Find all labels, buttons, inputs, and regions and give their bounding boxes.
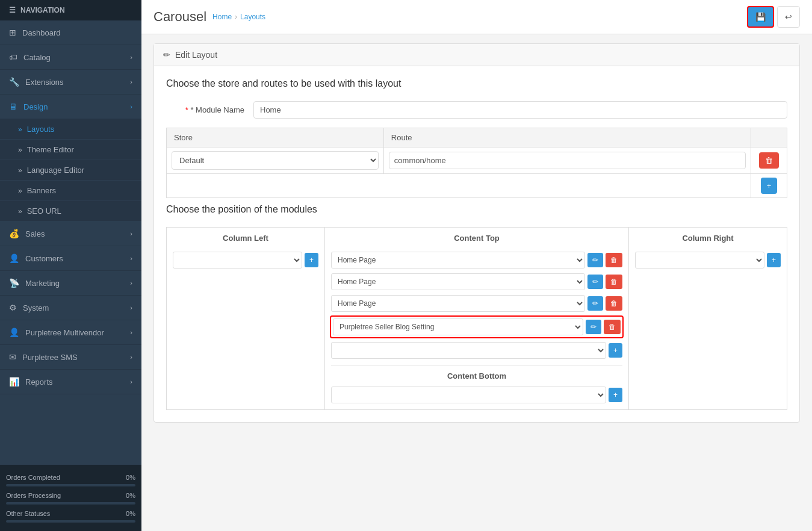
remove-route-button[interactable]: 🗑 (759, 152, 779, 169)
multivendor-icon: 👤 (9, 328, 19, 337)
chevron-right-icon: › (130, 279, 132, 287)
route-input[interactable] (389, 152, 746, 169)
page-title: Carousel (153, 9, 206, 25)
header-actions: 💾 ↩ (747, 6, 800, 28)
content-bottom-add-select[interactable] (331, 387, 606, 403)
sidebar-item-layouts[interactable]: Layouts (0, 119, 141, 140)
add-route-button[interactable]: + (761, 178, 778, 194)
chevron-right-icon: › (130, 378, 132, 385)
sidebar-item-label: Purpletree SMS (22, 353, 78, 362)
content-top-remove-4[interactable]: 🗑 (604, 320, 621, 334)
content-top-edit-2[interactable]: ✏ (587, 275, 603, 289)
chevron-right-icon: › (130, 255, 132, 262)
section-title-modules: Choose the position of the modules (166, 198, 787, 215)
sms-icon: ✉ (9, 352, 16, 362)
sidebar-item-banners[interactable]: Banners (0, 181, 141, 201)
chevron-right-icon: › (130, 353, 132, 361)
sidebar-item-dashboard[interactable]: ⊞ Dashboard (0, 20, 141, 45)
panel-body: Choose the store and routes to be used w… (154, 66, 799, 422)
design-icon: 🖥 (9, 102, 17, 111)
content-top-select-2[interactable]: Home Page (331, 273, 585, 290)
save-button[interactable]: 💾 (747, 6, 774, 28)
content-top-header: Content Top (331, 234, 622, 246)
sidebar-item-purpletree-multivendor[interactable]: 👤 Purpletree Multivendor › (0, 320, 141, 345)
stat-value: 0% (126, 492, 135, 499)
content-top-remove-3[interactable]: 🗑 (606, 296, 622, 311)
content-top-row-4: Purpletree Seller Blog Setting ✏ 🗑 (331, 317, 622, 337)
sidebar-item-label: Purpletree Multivendor (25, 328, 104, 337)
chevron-down-icon: › (130, 103, 132, 110)
add-route-row: + (167, 174, 787, 198)
panel-title: Edit Layout (175, 50, 217, 60)
breadcrumb: Home › Layouts (212, 13, 265, 21)
sidebar-item-design[interactable]: 🖥 Design › (0, 95, 141, 119)
content-bottom-add-button[interactable]: + (609, 388, 622, 402)
sidebar-item-seo-url[interactable]: SEO URL (0, 201, 141, 222)
column-right-add-button[interactable]: + (767, 253, 781, 267)
content-top-edit-4[interactable]: ✏ (586, 320, 601, 334)
system-icon: ⚙ (9, 303, 17, 312)
module-name-group: * Module Name (166, 101, 787, 119)
column-left: Column Left + (167, 228, 325, 409)
content-top: Content Top Home Page ✏ 🗑 H (325, 228, 629, 409)
sidebar-item-sales[interactable]: 💰 Sales › (0, 222, 141, 246)
sidebar-item-label: System (23, 303, 49, 312)
content-top-add-select[interactable] (331, 342, 606, 359)
stat-label: Other Statuses (6, 510, 50, 517)
content-top-select-1[interactable]: Home Page (331, 252, 585, 269)
sales-icon: 💰 (9, 229, 19, 238)
chevron-right-icon: › (130, 54, 132, 61)
column-left-select[interactable] (173, 252, 302, 269)
content-top-edit-1[interactable]: ✏ (587, 253, 603, 267)
route-row: Default 🗑 (167, 148, 787, 174)
sidebar-item-reports[interactable]: 📊 Reports › (0, 370, 141, 394)
sidebar-item-label: Dashboard (22, 28, 61, 37)
content-top-add-button[interactable]: + (609, 343, 622, 358)
column-right-select[interactable] (635, 252, 764, 269)
sidebar-item-marketing[interactable]: 📡 Marketing › (0, 271, 141, 296)
stat-other-statuses: Other Statuses 0% (6, 507, 135, 520)
content-top-edit-3[interactable]: ✏ (587, 296, 603, 311)
module-name-label: * Module Name (166, 105, 244, 114)
content-top-remove-1[interactable]: 🗑 (606, 253, 622, 267)
main-area: Carousel Home › Layouts 💾 ↩ ✏ Edit Layou… (141, 0, 812, 531)
sidebar-sub-item-label: Theme Editor (27, 145, 74, 154)
sidebar-item-system[interactable]: ⚙ System › (0, 296, 141, 320)
design-submenu: Layouts Theme Editor Language Editor Ban… (0, 119, 141, 222)
content-top-row-1: Home Page ✏ 🗑 (331, 252, 622, 269)
column-left-add-button[interactable]: + (305, 253, 318, 267)
content-top-select-3[interactable]: Home Page (331, 295, 585, 312)
sidebar-sub-item-label: Banners (27, 186, 56, 195)
content-bottom-add-row: + (331, 387, 622, 403)
stat-orders-completed: Orders Completed 0% (6, 471, 135, 484)
nav-header-label: NAVIGATION (20, 6, 65, 14)
store-header: Store (167, 128, 384, 148)
content-area: ✏ Edit Layout Choose the store and route… (141, 34, 812, 531)
chevron-right-icon: › (130, 304, 132, 311)
pencil-icon: ✏ (163, 50, 170, 60)
sidebar-item-theme-editor[interactable]: Theme Editor (0, 140, 141, 160)
column-left-header: Column Left (173, 234, 318, 246)
panel-heading: ✏ Edit Layout (154, 44, 799, 66)
breadcrumb-home[interactable]: Home (212, 13, 232, 21)
breadcrumb-separator: › (235, 13, 237, 21)
modules-grid: Column Left + Content Top Home Page (166, 227, 787, 410)
content-top-select-4[interactable]: Purpletree Seller Blog Setting (333, 318, 583, 335)
back-button[interactable]: ↩ (777, 6, 800, 28)
sidebar-item-customers[interactable]: 👤 Customers › (0, 246, 141, 271)
sidebar-item-catalog[interactable]: 🏷 Catalog › (0, 45, 141, 70)
sidebar-item-extensions[interactable]: 🔧 Extensions › (0, 70, 141, 95)
sidebar-item-label: Customers (25, 254, 63, 263)
content-top-remove-2[interactable]: 🗑 (606, 275, 622, 289)
route-header: Route (383, 128, 751, 148)
stat-value: 0% (126, 510, 135, 517)
stat-label: Orders Processing (6, 492, 61, 499)
sidebar-item-label: Catalog (23, 53, 51, 62)
sidebar-stats: Orders Completed 0% Orders Processing 0%… (0, 465, 141, 531)
sidebar-item-purpletree-sms[interactable]: ✉ Purpletree SMS › (0, 345, 141, 370)
store-select[interactable]: Default (172, 151, 379, 170)
column-left-row: + (173, 252, 318, 269)
module-name-input[interactable] (253, 101, 787, 119)
nav-header: ☰ NAVIGATION (0, 0, 141, 20)
sidebar-item-language-editor[interactable]: Language Editor (0, 160, 141, 181)
